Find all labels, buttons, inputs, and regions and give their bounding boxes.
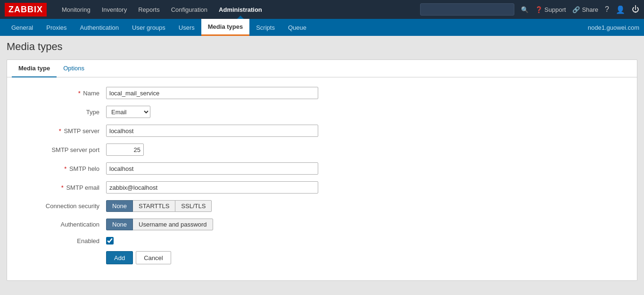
- power-icon[interactable]: ⏻: [632, 5, 639, 14]
- media-type-card: Media type Options * Name Type Email: [7, 59, 637, 281]
- smtp-server-port-label: SMTP server port: [12, 146, 106, 153]
- card-tabs: Media type Options: [7, 60, 637, 77]
- nav-inventory[interactable]: Inventory: [96, 0, 132, 19]
- nav-proxies[interactable]: Proxies: [40, 19, 73, 36]
- required-asterisk: *: [78, 90, 81, 97]
- smtp-server-port-row: SMTP server port: [12, 143, 632, 156]
- search-input[interactable]: [420, 3, 514, 16]
- required-asterisk-helo: *: [64, 165, 66, 172]
- type-select[interactable]: Email SMS Script Jabber Ez Texting: [106, 106, 150, 118]
- required-asterisk-smtp: *: [59, 127, 61, 135]
- nav-queue[interactable]: Queue: [281, 19, 313, 36]
- authentication-none[interactable]: None: [106, 219, 133, 230]
- connection-security-row: Connection security None STARTTLS SSL/TL…: [12, 200, 632, 212]
- support-icon: ❓: [535, 6, 543, 13]
- share-icon: 🔗: [572, 6, 580, 13]
- authentication-group: None Username and password: [106, 219, 213, 230]
- smtp-server-row: * SMTP server: [12, 125, 632, 137]
- connection-security-starttls[interactable]: STARTTLS: [132, 200, 175, 212]
- connection-security-ssltls[interactable]: SSL/TLS: [175, 200, 212, 212]
- search-icon[interactable]: 🔍: [521, 6, 528, 13]
- page-title: Media types: [7, 41, 637, 53]
- connection-security-label: Connection security: [12, 202, 106, 210]
- support-link[interactable]: ❓ Support: [535, 6, 566, 13]
- nav-administration[interactable]: Administration: [213, 0, 268, 19]
- second-navigation: General Proxies Authentication User grou…: [0, 19, 644, 36]
- name-input[interactable]: [106, 87, 318, 99]
- tab-media-type[interactable]: Media type: [12, 60, 57, 77]
- connection-security-none[interactable]: None: [106, 200, 133, 212]
- enabled-label: Enabled: [12, 237, 106, 244]
- nav-monitoring[interactable]: Monitoring: [56, 0, 96, 19]
- enabled-row: Enabled: [12, 237, 632, 244]
- user-icon[interactable]: 👤: [616, 5, 625, 14]
- enabled-checkbox[interactable]: [106, 237, 114, 244]
- name-label: * Name: [12, 90, 106, 97]
- required-asterisk-email: *: [61, 184, 64, 191]
- add-button[interactable]: Add: [106, 251, 133, 264]
- name-row: * Name: [12, 87, 632, 99]
- smtp-email-row: * SMTP email: [12, 181, 632, 194]
- nav-media-types[interactable]: Media types: [201, 19, 249, 36]
- smtp-helo-row: * SMTP helo: [12, 162, 632, 175]
- smtp-helo-label: * SMTP helo: [12, 165, 106, 172]
- type-row: Type Email SMS Script Jabber Ez Texting: [12, 106, 632, 118]
- action-buttons-row: Add Cancel: [106, 251, 632, 264]
- tab-options[interactable]: Options: [57, 60, 91, 77]
- cancel-button[interactable]: Cancel: [136, 251, 171, 264]
- zabbix-logo: ZABBIX: [5, 3, 47, 17]
- nav-authentication[interactable]: Authentication: [74, 19, 125, 36]
- authentication-row: Authentication None Username and passwor…: [12, 219, 632, 230]
- smtp-server-input[interactable]: [106, 125, 318, 137]
- nav-reports[interactable]: Reports: [132, 0, 165, 19]
- connection-security-group: None STARTTLS SSL/TLS: [106, 200, 212, 212]
- authentication-label: Authentication: [12, 221, 106, 228]
- form-body: * Name Type Email SMS Script Jabber Ez T…: [7, 77, 637, 280]
- node-label: node1.guowei.com: [588, 24, 639, 31]
- smtp-email-input[interactable]: [106, 181, 318, 194]
- nav-general[interactable]: General: [5, 19, 40, 36]
- smtp-server-port-input[interactable]: [106, 143, 144, 156]
- smtp-helo-input[interactable]: [106, 162, 318, 175]
- top-navigation: ZABBIX Monitoring Inventory Reports Conf…: [0, 0, 644, 19]
- nav-scripts[interactable]: Scripts: [249, 19, 281, 36]
- top-nav-right: 🔍 ❓ Support 🔗 Share ? 👤 ⏻: [420, 3, 639, 16]
- help-icon[interactable]: ?: [605, 5, 609, 14]
- nav-configuration[interactable]: Configuration: [165, 0, 213, 19]
- smtp-server-label: * SMTP server: [12, 127, 106, 135]
- nav-users[interactable]: Users: [172, 19, 201, 36]
- nav-user-groups[interactable]: User groups: [125, 19, 172, 36]
- footer: Zabbix 4.0.9. © 2001–2019, Zabbix SIA: [0, 286, 644, 295]
- share-link[interactable]: 🔗 Share: [572, 6, 598, 13]
- smtp-email-label: * SMTP email: [12, 184, 106, 191]
- page-content: Media types Media type Options * Name Ty…: [0, 36, 644, 286]
- authentication-username-password[interactable]: Username and password: [132, 219, 213, 230]
- type-label: Type: [12, 109, 106, 116]
